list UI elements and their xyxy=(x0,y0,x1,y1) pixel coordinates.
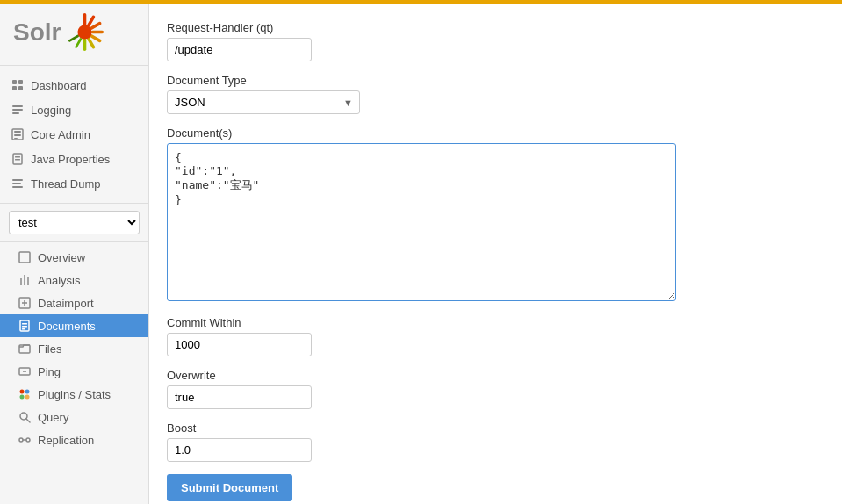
sub-nav-item-dataimport-label: Dataimport xyxy=(38,297,94,310)
sub-nav-item-files[interactable]: Files xyxy=(0,337,148,360)
svg-rect-36 xyxy=(22,326,27,328)
svg-rect-37 xyxy=(22,328,25,330)
svg-rect-22 xyxy=(15,156,20,158)
overwrite-label: Overwrite xyxy=(167,369,824,382)
main-nav: Dashboard Logging Core Admin Java Proper… xyxy=(0,66,148,203)
sub-nav-item-replication[interactable]: Replication xyxy=(0,428,148,451)
sidebar-item-java-properties[interactable]: Java Properties xyxy=(0,147,148,171)
app-container: Solr xyxy=(0,4,842,504)
sub-nav-item-overview[interactable]: Overview xyxy=(0,246,148,269)
overview-icon xyxy=(18,250,32,264)
document-type-group: Document Type JSON XML CSV ▼ xyxy=(167,74,824,114)
documents-group: Document(s) { "id":"1", "name":"宝马" } xyxy=(167,126,824,304)
svg-rect-10 xyxy=(12,80,17,84)
sub-nav-item-dataimport[interactable]: Dataimport xyxy=(0,292,148,314)
sidebar-item-core-admin-label: Core Admin xyxy=(31,128,90,141)
dataimport-icon xyxy=(18,296,32,310)
sub-nav-item-query[interactable]: Query xyxy=(0,406,148,428)
svg-rect-24 xyxy=(12,179,23,181)
ping-icon xyxy=(18,364,32,378)
svg-point-48 xyxy=(26,438,30,442)
logging-icon xyxy=(11,103,25,117)
sub-nav-item-files-label: Files xyxy=(38,342,61,356)
svg-point-42 xyxy=(25,390,30,394)
svg-rect-13 xyxy=(18,86,23,90)
request-handler-label: Request-Handler (qt) xyxy=(167,21,824,34)
svg-rect-16 xyxy=(12,112,19,114)
submit-group: Submit Document xyxy=(167,474,824,501)
thread-dump-icon xyxy=(11,176,25,191)
sub-nav-item-analysis[interactable]: Analysis xyxy=(0,269,148,292)
sidebar-item-logging[interactable]: Logging xyxy=(0,97,148,122)
sidebar-item-dashboard[interactable]: Dashboard xyxy=(0,73,148,97)
document-type-select-wrapper: JSON XML CSV ▼ xyxy=(167,90,360,114)
sidebar-item-thread-dump-label: Thread Dump xyxy=(31,177,100,191)
commit-within-input[interactable] xyxy=(167,333,312,356)
sidebar: Solr xyxy=(0,4,149,504)
svg-rect-27 xyxy=(19,252,30,263)
svg-rect-14 xyxy=(12,105,23,107)
svg-point-41 xyxy=(20,390,25,394)
sub-nav-item-replication-label: Replication xyxy=(38,434,94,447)
svg-line-2 xyxy=(92,24,100,28)
plugins-icon xyxy=(18,387,32,401)
svg-point-44 xyxy=(25,395,30,400)
svg-line-7 xyxy=(76,39,81,47)
svg-rect-19 xyxy=(14,134,21,136)
svg-rect-15 xyxy=(12,109,23,111)
java-icon xyxy=(11,152,25,166)
sub-nav-item-plugins-stats[interactable]: Plugins / Stats xyxy=(0,383,148,406)
commit-within-group: Commit Within xyxy=(167,316,824,356)
svg-rect-12 xyxy=(12,86,17,90)
files-icon xyxy=(18,342,32,356)
svg-line-5 xyxy=(89,39,93,47)
query-icon xyxy=(18,410,32,424)
overwrite-group: Overwrite xyxy=(167,369,824,409)
core-select-wrapper: test xyxy=(0,203,148,242)
analysis-icon xyxy=(18,273,32,287)
document-type-select[interactable]: JSON XML CSV xyxy=(167,90,360,114)
sub-nav-item-documents-label: Documents xyxy=(38,320,96,333)
boost-label: Boost xyxy=(167,421,824,435)
logo-text: Solr xyxy=(13,18,61,47)
svg-point-47 xyxy=(19,438,23,442)
documents-label: Document(s) xyxy=(167,126,824,140)
svg-line-1 xyxy=(89,17,93,25)
solr-logo-icon xyxy=(65,12,104,52)
svg-rect-35 xyxy=(22,323,27,325)
svg-line-4 xyxy=(92,36,100,40)
sidebar-item-logging-label: Logging xyxy=(31,104,71,117)
submit-document-button[interactable]: Submit Document xyxy=(167,474,292,501)
sidebar-item-dashboard-label: Dashboard xyxy=(31,79,87,92)
sidebar-item-thread-dump[interactable]: Thread Dump xyxy=(0,171,148,196)
svg-rect-20 xyxy=(14,138,18,139)
dashboard-icon xyxy=(11,78,25,92)
sidebar-item-core-admin[interactable]: Core Admin xyxy=(0,122,148,147)
svg-point-43 xyxy=(20,395,25,400)
svg-rect-18 xyxy=(14,131,21,133)
request-handler-input[interactable] xyxy=(167,38,312,61)
svg-rect-26 xyxy=(12,186,23,188)
sidebar-item-java-properties-label: Java Properties xyxy=(31,153,110,166)
svg-rect-25 xyxy=(12,183,21,184)
overwrite-input[interactable] xyxy=(167,385,312,409)
svg-rect-11 xyxy=(18,80,23,84)
request-handler-group: Request-Handler (qt) xyxy=(167,21,824,61)
replication-icon xyxy=(18,433,32,447)
core-select[interactable]: test xyxy=(9,211,140,234)
boost-group: Boost xyxy=(167,421,824,462)
sub-nav-item-ping[interactable]: Ping xyxy=(0,360,148,383)
core-admin-icon xyxy=(11,127,25,141)
sub-nav-item-analysis-label: Analysis xyxy=(38,274,80,287)
sub-nav-item-query-label: Query xyxy=(38,411,68,424)
main-content: Request-Handler (qt) Document Type JSON … xyxy=(149,4,842,504)
documents-icon xyxy=(18,319,32,333)
svg-line-8 xyxy=(70,36,78,40)
sub-nav: Overview Analysis Dataimport Documents xyxy=(0,242,148,455)
svg-point-9 xyxy=(78,25,92,39)
sub-nav-item-documents[interactable]: Documents xyxy=(0,314,148,337)
svg-line-46 xyxy=(26,419,30,422)
boost-input[interactable] xyxy=(167,438,312,462)
sub-nav-item-ping-label: Ping xyxy=(38,365,61,378)
documents-textarea[interactable]: { "id":"1", "name":"宝马" } xyxy=(167,143,676,301)
